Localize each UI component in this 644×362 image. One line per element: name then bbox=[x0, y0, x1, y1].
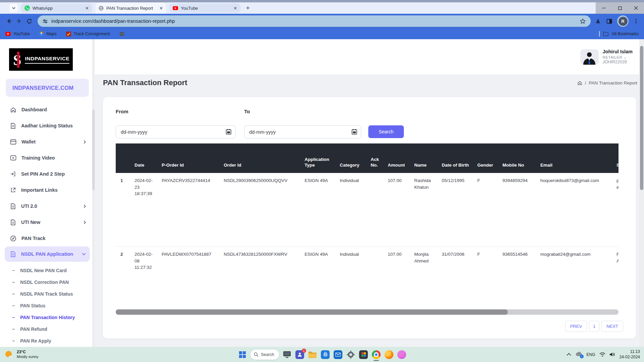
sidebar-item-wallet[interactable]: Wallet bbox=[0, 134, 95, 150]
home-icon[interactable] bbox=[577, 80, 582, 85]
photos-icon[interactable] bbox=[359, 350, 368, 359]
calendar-icon[interactable] bbox=[352, 129, 357, 135]
table-cell: Individual bbox=[336, 247, 367, 304]
page-scrollbar[interactable] bbox=[639, 39, 644, 347]
reload-button[interactable] bbox=[24, 16, 34, 26]
breadcrumb-separator: / bbox=[585, 80, 586, 85]
sidebar-subitem-pan-transaction-history[interactable]: −PAN Transaction History bbox=[0, 311, 95, 323]
bookmark-maps[interactable]: Maps bbox=[39, 31, 57, 37]
language-indicator[interactable]: ENG bbox=[587, 352, 595, 357]
minimize-button[interactable] bbox=[596, 2, 612, 14]
sidebar-item-set-pin[interactable]: Set PIN And 2 Step bbox=[0, 166, 95, 182]
mail-icon[interactable] bbox=[333, 350, 342, 359]
wifi-icon[interactable] bbox=[599, 352, 605, 357]
sidebar-subitem-nsdl-new-pan-card[interactable]: −NSDL New PAN Card bbox=[0, 264, 95, 276]
sidebar-item-uti-new[interactable]: UTI New bbox=[0, 214, 95, 230]
sidebar-subitem-pan-re-apply[interactable]: −PAN Re Apply bbox=[0, 335, 95, 347]
volume-icon[interactable] bbox=[609, 352, 615, 357]
document-icon bbox=[10, 123, 16, 129]
sidebar-item-training-video[interactable]: Training Video bbox=[0, 150, 95, 166]
tab-close-icon[interactable]: ✕ bbox=[233, 6, 237, 11]
cloud-icon[interactable]: i bbox=[575, 351, 583, 358]
chat-app-icon[interactable] bbox=[397, 350, 406, 359]
from-date-input[interactable] bbox=[116, 125, 235, 138]
tab-strip: WhatsApp ✕ PAN Transaction Report ✕ YouT… bbox=[0, 2, 644, 14]
bookmark-globe[interactable] bbox=[119, 32, 124, 37]
tab-close-icon[interactable]: ✕ bbox=[159, 6, 163, 11]
chevron-down-icon: ⌄ bbox=[624, 55, 627, 59]
check-icon bbox=[66, 32, 71, 37]
tray-chevron-up-icon[interactable] bbox=[567, 353, 571, 356]
sidebar-scrollbar[interactable] bbox=[92, 39, 95, 347]
sidebar-item-important-links[interactable]: Important Links bbox=[0, 182, 95, 198]
menu-kebab-icon[interactable] bbox=[633, 18, 639, 24]
document-icon bbox=[10, 219, 16, 226]
address-bar[interactable]: indpanservice.com/dashboard/pan-transact… bbox=[38, 15, 591, 27]
close-button[interactable] bbox=[628, 2, 644, 14]
tab-whatsapp[interactable]: WhatsApp ✕ bbox=[21, 3, 92, 13]
sidebar-subitem-pan-refund[interactable]: −PAN Refund bbox=[0, 323, 95, 335]
table-header-cell bbox=[116, 143, 131, 173]
scrollbar-thumb[interactable] bbox=[640, 46, 643, 190]
chrome-icon[interactable] bbox=[372, 350, 381, 359]
youtube-icon bbox=[173, 6, 178, 10]
clock[interactable]: 11:13 24-02-2024 bbox=[620, 349, 640, 360]
monitor-app-icon[interactable] bbox=[282, 350, 291, 359]
weather-widget[interactable]: 23°C Mostly sunny bbox=[5, 347, 38, 362]
page-button-1[interactable]: 1 bbox=[589, 321, 599, 332]
download-icon[interactable] bbox=[595, 18, 601, 24]
table-header-cell: Date bbox=[131, 143, 158, 173]
brand-logo[interactable]: S INDPANSERVICE bbox=[9, 48, 73, 71]
back-button[interactable] bbox=[4, 16, 14, 26]
scrollbar-thumb[interactable] bbox=[116, 309, 508, 315]
side-panel-icon[interactable] bbox=[606, 18, 612, 24]
sidebar-subitem-pan-status[interactable]: −PAN Status bbox=[0, 300, 95, 311]
file-explorer-icon[interactable] bbox=[308, 350, 317, 359]
sidebar-item-dashboard[interactable]: Dashboard bbox=[0, 102, 95, 118]
table-horizontal-scrollbar[interactable] bbox=[116, 309, 619, 315]
table-cell: 05/12/1995 bbox=[438, 173, 474, 246]
start-button[interactable] bbox=[238, 350, 247, 359]
table-cell: hoquerokibul873@gmail.com bbox=[537, 173, 613, 246]
forward-button[interactable] bbox=[14, 16, 24, 26]
sidebar-item-nsdl-pan-application[interactable]: NSDL PAN Application bbox=[5, 246, 90, 262]
sidebar-item-uti-20[interactable]: UTI 2.0 bbox=[0, 198, 95, 214]
sidebar-subitem-nsdl-correction-pan[interactable]: −NSDL Correction PAN bbox=[0, 276, 95, 288]
maximize-button[interactable] bbox=[612, 2, 628, 14]
table-cell bbox=[367, 173, 384, 246]
teams-icon[interactable]: 1 bbox=[295, 350, 304, 359]
next-button[interactable]: NEXT bbox=[601, 321, 623, 332]
user-name: Johirul Islam bbox=[603, 49, 633, 55]
new-tab-button[interactable]: + bbox=[244, 4, 252, 12]
tab-close-icon[interactable]: ✕ bbox=[85, 6, 89, 11]
maps-pin-icon bbox=[39, 31, 44, 37]
bookmark-youtube[interactable]: YouTube bbox=[5, 32, 30, 36]
temperature: 23°C bbox=[17, 350, 38, 355]
sidebar-item-pan-track[interactable]: PAN Track bbox=[0, 230, 95, 246]
taskbar-search[interactable]: Search bbox=[251, 350, 279, 360]
table-row[interactable]: 1 2024-02-23 18:37:39 PAYAZCRV3522744414… bbox=[116, 173, 619, 247]
table-row[interactable]: 2 2024-02-08 11:27:32 PAVLEDWX0707541887… bbox=[116, 247, 619, 304]
profile-avatar[interactable]: R bbox=[617, 15, 629, 27]
sidebar-subitem-nsdl-pan-track-status[interactable]: −NSDL PAN Track Status bbox=[0, 288, 95, 300]
taskbar: 23°C Mostly sunny Search 1 bbox=[0, 347, 644, 362]
user-menu[interactable]: Johirul Islam RETAILER ⌄ JOHIR22029 bbox=[580, 49, 633, 65]
all-bookmarks-button[interactable]: All Bookmarks bbox=[612, 32, 639, 36]
site-name-pill[interactable]: INDPANSERVICE.COM bbox=[6, 79, 89, 97]
search-button[interactable]: Search bbox=[368, 125, 404, 138]
chevron-right-icon bbox=[83, 140, 87, 144]
tab-youtube[interactable]: YouTube ✕ bbox=[169, 3, 240, 13]
tab-pan-transaction-report[interactable]: PAN Transaction Report ✕ bbox=[95, 2, 166, 14]
bookmark-track-consignment[interactable]: Track Consignment bbox=[66, 32, 110, 37]
settings-icon[interactable] bbox=[346, 350, 355, 359]
tab-search-button[interactable] bbox=[9, 4, 18, 12]
transactions-table: Date P-Order Id Order Id Application Typ… bbox=[116, 143, 619, 304]
header-band: Johirul Islam RETAILER ⌄ JOHIR22029 bbox=[95, 39, 644, 74]
sidebar-item-aadhar-linking-status[interactable]: Aadhar Linking Status bbox=[0, 118, 95, 134]
bookmark-star-icon[interactable] bbox=[580, 18, 586, 24]
store-icon[interactable] bbox=[321, 350, 330, 359]
to-date-input[interactable] bbox=[244, 125, 361, 138]
firefox-icon[interactable] bbox=[384, 350, 393, 359]
calendar-icon[interactable] bbox=[226, 129, 231, 135]
prev-button[interactable]: PREV bbox=[565, 321, 587, 332]
